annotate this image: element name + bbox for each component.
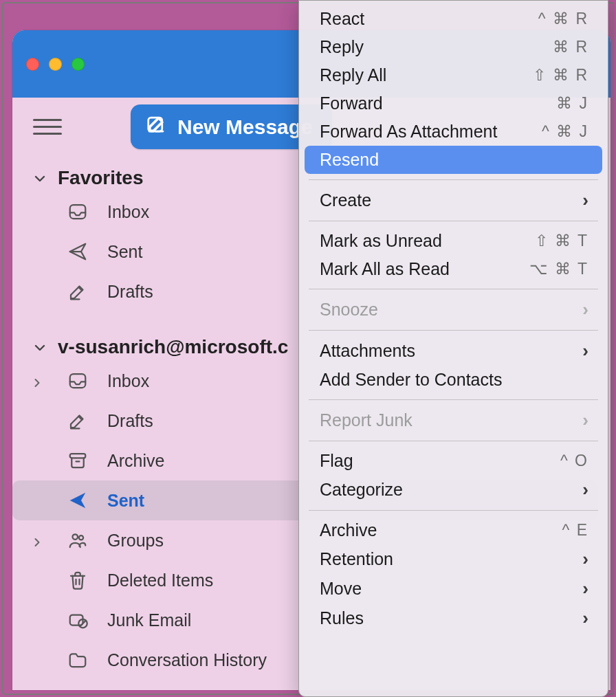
chevron-right-icon: › (582, 410, 588, 431)
inbox-icon (67, 201, 88, 222)
keyboard-shortcut: ⇧ ⌘ R (533, 66, 588, 85)
folder-label: Deleted Items (107, 571, 213, 590)
menu-item-label: Attachments (320, 341, 415, 361)
context-menu: React^ ⌘ RReply⌘ RReply All⇧ ⌘ RForward⌘… (298, 0, 608, 697)
favorites-label: Favorites (58, 167, 144, 189)
menu-item-label: Forward (320, 93, 383, 113)
menu-item-flag[interactable]: Flag^ O (305, 447, 602, 475)
folder-label: Conversation History (107, 650, 267, 670)
menu-item-snooze: Snooze› (305, 295, 602, 324)
folder-label: Inbox (107, 371, 149, 391)
menu-item-label: Retention (320, 549, 393, 569)
new-message-label: New Message (177, 115, 313, 139)
menu-item-reply-all[interactable]: Reply All⇧ ⌘ R (305, 61, 602, 89)
folder-label: Drafts (107, 411, 153, 431)
svg-point-4 (73, 534, 78, 540)
menu-item-categorize[interactable]: Categorize› (305, 475, 602, 505)
menu-item-resend[interactable]: Resend (305, 146, 602, 174)
menu-item-label: Mark All as Read (320, 259, 450, 279)
folder-label: Groups (107, 531, 164, 551)
menu-item-mark-all-as-read[interactable]: Mark All as Read⌥ ⌘ T (305, 255, 602, 283)
menu-item-label: Flag (320, 451, 353, 471)
menu-item-rules[interactable]: Rules› (305, 604, 602, 633)
menu-item-label: Reply All (320, 65, 386, 85)
send-icon (67, 241, 88, 262)
hamburger-menu-button[interactable] (30, 110, 65, 144)
trash-icon (67, 570, 88, 590)
chevron-right-icon[interactable] (30, 374, 44, 388)
menu-item-label: Reply (320, 37, 364, 57)
drafts-icon (67, 281, 88, 302)
chevron-right-icon[interactable] (30, 533, 44, 547)
keyboard-shortcut: ^ O (560, 452, 588, 470)
menu-separator (309, 399, 598, 400)
keyboard-shortcut: ^ ⌘ J (542, 122, 588, 141)
zoom-window-button[interactable] (72, 58, 85, 71)
menu-item-forward[interactable]: Forward⌘ J (305, 89, 602, 118)
folder-label: Archive (107, 451, 164, 471)
chevron-right-icon: › (582, 608, 588, 629)
menu-item-retention[interactable]: Retention› (305, 544, 602, 574)
minimize-window-button[interactable] (49, 58, 62, 71)
menu-separator (309, 221, 598, 221)
chevron-down-icon (32, 339, 48, 355)
groups-icon (67, 530, 88, 551)
folder-label: Drafts (107, 282, 153, 302)
menu-item-react[interactable]: React^ ⌘ R (305, 5, 602, 33)
junk-icon (67, 610, 88, 630)
menu-item-forward-as-attachment[interactable]: Forward As Attachment^ ⌘ J (305, 118, 602, 146)
close-window-button[interactable] (26, 58, 39, 71)
svg-rect-2 (70, 374, 86, 388)
menu-item-label: React (320, 9, 364, 29)
chevron-right-icon: › (582, 340, 588, 362)
menu-item-label: Categorize (320, 480, 403, 500)
menu-item-label: Add Sender to Contacts (320, 370, 502, 390)
chevron-right-icon: › (582, 578, 588, 599)
chevron-right-icon: › (582, 299, 588, 320)
folder-label: Sent (107, 242, 142, 262)
menu-separator (309, 179, 598, 180)
drafts-icon (67, 410, 88, 431)
folder-label: Junk Email (107, 610, 191, 630)
menu-item-label: Resend (320, 150, 379, 170)
svg-rect-3 (70, 454, 86, 458)
window-controls (26, 58, 85, 71)
menu-item-label: Mark as Unread (320, 231, 442, 251)
menu-item-move[interactable]: Move› (305, 574, 602, 604)
inbox-icon (67, 370, 88, 391)
folder-label: Inbox (107, 202, 149, 222)
menu-item-archive[interactable]: Archive^ E (305, 516, 602, 544)
svg-point-5 (79, 535, 83, 540)
menu-separator (309, 289, 598, 289)
keyboard-shortcut: ⌥ ⌘ T (529, 260, 588, 278)
menu-item-create[interactable]: Create› (305, 186, 602, 215)
menu-item-label: Snooze (320, 300, 378, 320)
menu-item-label: Archive (320, 520, 377, 540)
chevron-right-icon: › (582, 479, 588, 500)
menu-item-label: Forward As Attachment (320, 122, 497, 142)
menu-item-label: Move (320, 579, 362, 599)
menu-separator (309, 330, 598, 331)
menu-separator (309, 441, 598, 441)
menu-item-label: Create (320, 190, 371, 210)
keyboard-shortcut: ^ E (562, 521, 588, 540)
send-icon (67, 490, 88, 511)
chevron-right-icon: › (582, 549, 588, 570)
menu-item-attachments[interactable]: Attachments› (305, 336, 602, 366)
account-label: v-susanrich@microsoft.c (58, 336, 288, 358)
menu-item-mark-as-unread[interactable]: Mark as Unread⇧ ⌘ T (305, 227, 602, 255)
folder-label: Sent (107, 491, 144, 511)
svg-rect-1 (70, 205, 86, 219)
chevron-right-icon: › (582, 190, 588, 211)
keyboard-shortcut: ⌘ R (553, 38, 588, 56)
chevron-down-icon (32, 170, 48, 186)
menu-separator (309, 510, 598, 511)
keyboard-shortcut: ^ ⌘ R (538, 10, 588, 28)
archive-icon (67, 450, 88, 471)
folder-icon (67, 650, 88, 670)
menu-item-reply[interactable]: Reply⌘ R (305, 33, 602, 61)
menu-item-add-sender-to-contacts[interactable]: Add Sender to Contacts (305, 366, 602, 394)
menu-item-report-junk: Report Junk› (305, 406, 602, 435)
menu-item-label: Report Junk (320, 410, 412, 430)
keyboard-shortcut: ⇧ ⌘ T (535, 232, 588, 250)
